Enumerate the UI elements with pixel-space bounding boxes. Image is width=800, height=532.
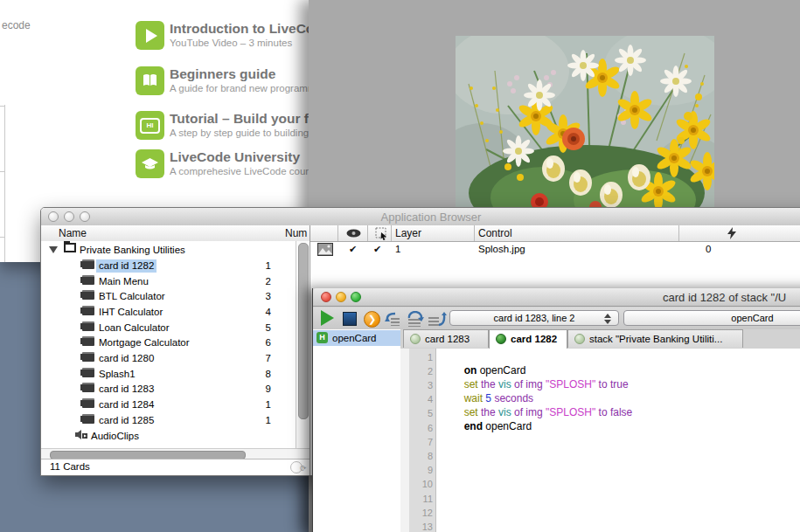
lightning-icon[interactable] bbox=[727, 227, 737, 239]
code-line: end openCard bbox=[441, 408, 532, 445]
layer-value: 1 bbox=[395, 244, 400, 254]
tree-item-audioclips[interactable]: AudioClips bbox=[41, 429, 296, 444]
tree-item-card[interactable]: card id 1285 1 bbox=[41, 413, 296, 428]
tab-stack-script[interactable]: stack "Private Banking Utiliti... bbox=[567, 329, 743, 348]
tree-item-card[interactable]: card id 1284 1 bbox=[41, 397, 296, 412]
card-number: 3 bbox=[245, 290, 271, 303]
column-header-name[interactable]: Name bbox=[59, 227, 87, 239]
window-title: card id 1282 of stack "/U bbox=[663, 291, 786, 304]
handler-list-item-opencard[interactable]: H openCard bbox=[313, 330, 400, 346]
stack-name: Private Banking Utilities bbox=[80, 244, 185, 257]
revert-icon[interactable] bbox=[406, 311, 425, 327]
card-number: 8 bbox=[245, 368, 271, 381]
card-count: 11 Cards bbox=[50, 461, 90, 472]
audioclip-icon bbox=[74, 429, 87, 440]
play-icon bbox=[136, 21, 164, 50]
tab-card-1283[interactable]: card 1283 bbox=[403, 329, 489, 348]
handler-icon: H bbox=[317, 332, 328, 343]
line-number: 6 bbox=[410, 423, 433, 433]
selectable-check-icon[interactable]: ✔ bbox=[373, 244, 381, 255]
card-name: card id 1284 bbox=[99, 398, 154, 411]
list-divider bbox=[4, 105, 5, 262]
stack-icon bbox=[64, 243, 76, 252]
tab-label: card 1282 bbox=[511, 334, 557, 344]
image-icon bbox=[317, 243, 333, 256]
line-number: 4 bbox=[410, 394, 433, 404]
eye-icon[interactable] bbox=[346, 229, 361, 238]
minimize-button[interactable] bbox=[336, 292, 346, 302]
control-name: Splosh.jpg bbox=[478, 244, 525, 254]
tab-label: stack "Private Banking Utiliti... bbox=[589, 334, 722, 344]
window-title: Application Browser bbox=[41, 211, 800, 224]
application-browser-titlebar[interactable]: Application Browser bbox=[41, 208, 800, 226]
card-number: 6 bbox=[245, 336, 271, 349]
line-number: 1 bbox=[410, 352, 433, 363]
visible-check-icon[interactable]: ✔ bbox=[349, 244, 357, 255]
card-name: Loan Calculator bbox=[99, 321, 170, 335]
card-icon bbox=[82, 398, 94, 408]
card-number: 7 bbox=[245, 352, 271, 365]
tree-column-headers: Name Num bbox=[41, 225, 310, 242]
card-icon bbox=[82, 259, 94, 269]
stop-icon[interactable] bbox=[343, 312, 357, 326]
line-number: 12 bbox=[410, 508, 433, 518]
card-name-selected: card id 1282 bbox=[96, 259, 157, 273]
card-number: 2 bbox=[245, 275, 271, 288]
livecode-partial-label: ecode bbox=[2, 19, 31, 31]
tab-label: card 1283 bbox=[425, 334, 470, 344]
handler-field[interactable]: openCard bbox=[623, 310, 800, 326]
tab-status-icon bbox=[496, 334, 506, 344]
card-name: Splash1 bbox=[99, 368, 136, 381]
card-count-statusbar: 11 Cards ⟳ bbox=[41, 459, 310, 475]
step-into-icon[interactable] bbox=[383, 312, 400, 326]
tab-status-icon bbox=[574, 334, 585, 344]
tree-item-card[interactable]: BTL Calculator 3 bbox=[41, 289, 296, 304]
position-dropdown[interactable]: card id 1283, line 2 bbox=[449, 310, 619, 326]
code-editor[interactable]: 1 2 3 4 5 6 7 8 9 10 11 12 13 on openCar… bbox=[400, 349, 800, 532]
disclosure-triangle-icon[interactable] bbox=[49, 246, 58, 253]
close-button[interactable] bbox=[321, 292, 331, 302]
card-number: 4 bbox=[245, 306, 271, 319]
run-icon[interactable] bbox=[321, 310, 334, 326]
card-name: card id 1280 bbox=[99, 352, 154, 365]
card-name: Main Menu bbox=[99, 275, 149, 288]
tree-item-card[interactable]: Mortgage Calculator 6 bbox=[41, 335, 296, 350]
card-number: 5 bbox=[245, 321, 271, 335]
tree-vertical-scrollbar[interactable] bbox=[296, 241, 310, 449]
tab-card-1282[interactable]: card 1282 bbox=[489, 329, 567, 349]
tab-status-icon bbox=[410, 334, 421, 344]
column-header-control[interactable]: Control bbox=[478, 227, 512, 239]
list-line bbox=[0, 106, 5, 107]
tree-item-card[interactable]: Loan Calculator 5 bbox=[41, 321, 296, 335]
splosh-image[interactable] bbox=[456, 36, 714, 210]
desktop: ecode Introduction to LiveCode YouTube V… bbox=[0, 0, 800, 532]
zoom-button[interactable] bbox=[351, 292, 361, 302]
refresh-icon[interactable]: ⟳ bbox=[290, 461, 303, 473]
control-row-splosh[interactable]: ✔ ✔ 1 Splosh.jpg 0 bbox=[310, 241, 800, 259]
tree-item-card[interactable]: card id 1280 7 bbox=[41, 351, 296, 366]
card-icon bbox=[82, 368, 94, 377]
column-header-layer[interactable]: Layer bbox=[395, 227, 421, 239]
tree-item-card[interactable]: Main Menu 2 bbox=[41, 274, 296, 289]
card-icon bbox=[82, 383, 94, 392]
card-name: card id 1285 bbox=[99, 414, 154, 427]
apply-icon[interactable] bbox=[428, 311, 447, 327]
stack-tree: Private Banking Utilities card id 1282 1… bbox=[41, 241, 296, 449]
tree-item-card[interactable]: card id 1283 9 bbox=[41, 382, 296, 397]
step-icon[interactable]: ❯ bbox=[364, 311, 380, 328]
tree-item-stack[interactable]: Private Banking Utilities bbox=[41, 243, 296, 258]
start-item-title: Beginners guide bbox=[170, 66, 275, 82]
scrollbar-thumb[interactable] bbox=[298, 243, 309, 419]
column-header-num[interactable]: Num bbox=[285, 227, 307, 239]
start-item-title: Introduction to LiveCode bbox=[170, 21, 330, 37]
start-item-title: Tutorial – Build your firs bbox=[170, 111, 325, 127]
marquee-select-icon[interactable] bbox=[375, 227, 388, 240]
tree-item-card[interactable]: card id 1282 1 bbox=[41, 259, 296, 273]
tree-item-card[interactable]: Splash1 8 bbox=[41, 367, 296, 382]
stepper-icon[interactable] bbox=[604, 314, 611, 324]
script-editor-titlebar[interactable]: card id 1282 of stack "/U bbox=[313, 288, 800, 307]
list-line bbox=[0, 237, 5, 238]
card-icon bbox=[82, 306, 94, 315]
card-icon bbox=[82, 414, 94, 424]
tree-item-card[interactable]: IHT Calculator 4 bbox=[41, 305, 296, 320]
